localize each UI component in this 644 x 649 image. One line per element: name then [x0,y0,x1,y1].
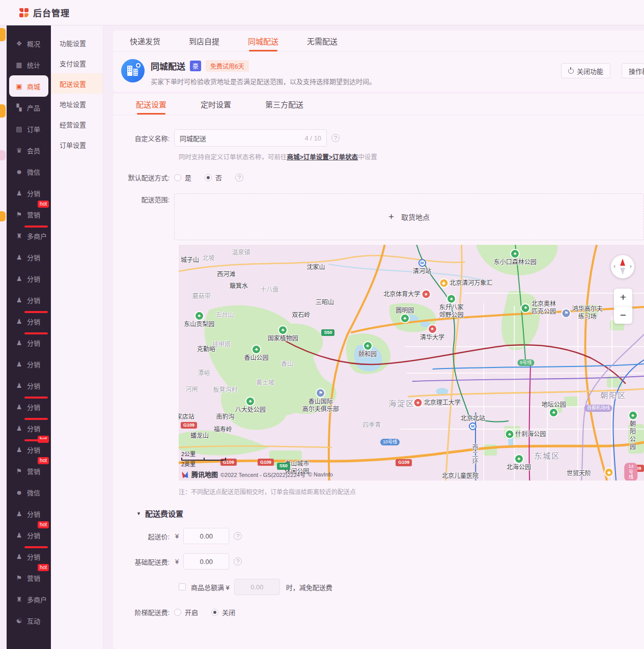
distribution-icon: ♟ [15,339,23,347]
sidebar-item-1[interactable]: ▦统计 [7,54,51,75]
active-tab-underline [137,113,165,115]
sidebar-item-10[interactable]: ♟分销 [7,246,51,268]
app-header: 后台管理 [0,0,644,25]
tiered-fee-off-radio[interactable] [211,609,218,616]
glitch-bar [24,332,48,334]
map-canvas[interactable]: 温泉镇北坡十八盘蘑菇带五台山挂甲塔香山潭峪黄土坡河闸板凳沟村四季青城子山沈家山西… [179,245,644,481]
submenu-item-1[interactable]: 支付设置 [51,53,103,73]
distribution-icon: ♟ [15,189,23,197]
sidebar-item-25[interactable]: ⚑营销hot [7,567,51,588]
collapse-caret-icon: ▼ [136,511,141,516]
marketing-icon: ⚑ [15,467,23,475]
sidebar-item-27[interactable]: ☯互动 [7,610,51,631]
default-mode-no-radio[interactable] [205,174,212,181]
add-pickup-location-button[interactable]: + 取货地点 [174,193,644,240]
sidebar-item-label: 分销 [27,530,40,540]
glitch-bar [24,546,48,548]
subtab-label: 定时设置 [201,99,231,109]
sidebar-item-26[interactable]: ♜多商户 [7,588,51,610]
compass-control[interactable]: ‹ › [611,255,634,278]
subtab-0[interactable]: 配送设置 [136,94,166,115]
sidebar-item-label: 互动 [27,616,40,626]
sidebar-item-21[interactable]: ☻微信 [7,482,51,503]
help-icon[interactable]: ? [235,174,243,182]
submenu-item-0[interactable]: 功能设置 [51,33,103,53]
sidebar-item-3[interactable]: ▚产品 [7,97,51,118]
sidebar-item-17[interactable]: ♟分销 [7,396,51,417]
submenu-item-4[interactable]: 经营设置 [51,114,103,134]
submenu-item-label: 经营设置 [60,120,86,129]
tab-3[interactable]: 无需配送 [307,31,338,51]
sidebar-item-5[interactable]: ♛会员 [7,139,51,161]
rotate-left-icon[interactable]: ‹ [613,262,615,270]
sidebar-item-2[interactable]: ▣商城 [9,75,48,97]
tab-1[interactable]: 到店自提 [189,31,219,51]
subtab-1[interactable]: 定时设置 [201,94,231,115]
fee-waiver-checkbox[interactable] [179,583,186,590]
version-badge: 豪 [190,61,201,71]
tutorial-button[interactable]: 操作教程 [622,63,644,78]
tiered-fee-on-radio[interactable] [174,609,181,616]
submenu-item-5[interactable]: 订单设置 [51,134,103,155]
glitch-bar [24,225,48,228]
help-icon[interactable]: ? [234,557,242,566]
glitch-bar [24,397,48,399]
rotate-right-icon[interactable]: › [630,262,632,270]
sidebar-item-9[interactable]: ♜多商户 [7,225,51,246]
base-fee-input[interactable] [186,558,227,566]
sidebar-item-23[interactable]: ♟分销hot [7,524,51,546]
distribution-icon: ♟ [15,531,23,539]
sidebar-item-label: 微信 [27,488,40,497]
order-settings-link[interactable]: 商城>订单设置>订单状态 [287,154,358,161]
default-mode-yes-radio[interactable] [174,174,181,181]
help-icon[interactable]: ? [234,532,242,540]
settings-subtabs: 配送设置定时设置第三方配送 [113,94,644,115]
delivery-range-label: 配送范围: [113,194,174,204]
feature-card: 快递发货到店自提同城配送无需配送 同城配送 豪 免费试用6天 买家下单时可检验收… [113,31,644,92]
feature-description: 买家下单时可检验收货地址是否满足配送范围，以及支持选择期望到达时间。 [151,76,561,86]
sidebar-item-12[interactable]: ♟分销 [7,289,51,311]
plus-icon: + [388,211,394,222]
fee-waiver-row: 商品总额满 ¥ 时，减免配送费 [179,579,644,595]
fee-waiver-input[interactable] [237,583,277,591]
sidebar-item-0[interactable]: ❖概况 [7,33,51,54]
sidebar-item-14[interactable]: ♟分销 [7,332,51,353]
sidebar-item-label: 分销 [27,552,40,561]
sidebar-item-15[interactable]: ♟分销 [7,353,51,375]
min-order-row: 起送价: ¥ ? [113,528,644,544]
default-mode-label: 默认配送方式: [113,173,174,182]
tab-0[interactable]: 快递发货 [130,31,160,51]
help-icon[interactable]: ? [331,134,340,142]
sidebar-item-8[interactable]: ⚑营销hot [7,204,51,225]
distribution-icon: ♟ [15,253,23,261]
close-feature-button[interactable]: 关闭功能 [561,63,610,78]
submenu-item-3[interactable]: 地址设置 [51,94,103,114]
base-fee-label: 基础配送费: [113,557,174,567]
sidebar-item-11[interactable]: ♟分销 [7,268,51,289]
submenu-item-2[interactable]: 配送设置 [51,73,103,94]
wechat-icon: ☻ [15,489,23,496]
map-scale-bar: 2公里 2英里 [181,451,226,467]
sidebar-item-13[interactable]: ♟分销 [7,311,51,332]
default-mode-no-label: 否 [215,173,222,182]
custom-name-input[interactable] [180,134,304,142]
distribution-icon: ♟ [15,553,23,560]
power-icon [568,68,574,74]
zoom-in-button[interactable]: + [614,289,632,306]
sidebar-item-6[interactable]: ☻微信 [7,161,51,182]
tab-label: 快递发货 [130,36,160,46]
min-order-input[interactable] [186,532,227,540]
tab-2[interactable]: 同城配送 [248,31,278,51]
edge-decoration-icon [0,211,6,221]
sidebar-item-16[interactable]: ♟分销 [7,375,51,396]
sidebar-item-20[interactable]: ⚑营销hot [7,460,51,482]
zoom-out-button[interactable]: − [614,306,632,324]
subtab-2[interactable]: 第三方配送 [265,94,303,115]
fee-section-header[interactable]: ▼ 配送费设置 [136,508,644,519]
city-delivery-icon [121,59,145,82]
tencent-map-logo-icon [181,471,189,478]
distribution-icon: ♟ [15,296,23,304]
sidebar-item-4[interactable]: ▤订单 [7,118,51,139]
compass-south-needle [620,268,625,275]
scale-line [181,458,226,461]
